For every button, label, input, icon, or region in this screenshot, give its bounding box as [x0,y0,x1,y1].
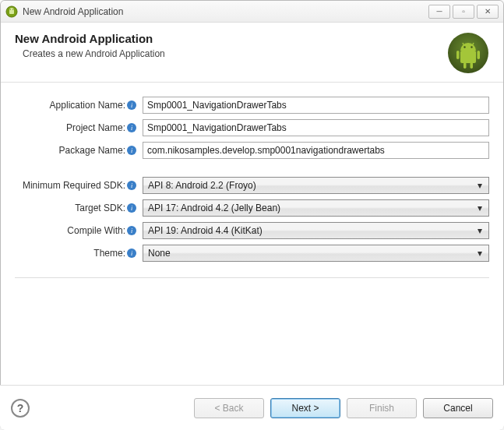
info-icon[interactable]: i [127,146,136,155]
info-icon[interactable]: i [127,226,136,235]
compile-with-value: API 19: Android 4.4 (KitKat) [148,225,474,236]
chevron-down-icon: ▾ [474,225,485,236]
titlebar: New Android Application ─ ▫ ✕ [1,1,503,23]
back-button[interactable]: < Back [194,398,264,418]
svg-rect-4 [460,51,476,63]
wizard-content: Application Name: i Project Name: i Pack… [1,83,503,281]
label-target-sdk: Target SDK: [75,203,125,213]
svg-rect-7 [463,62,467,69]
info-icon[interactable]: i [127,100,136,110]
chevron-down-icon: ▾ [474,248,485,259]
row-target-sdk: Target SDK: i API 17: Android 4.2 (Jelly… [15,199,489,217]
minimize-button[interactable]: ─ [428,5,450,19]
close-button[interactable]: ✕ [477,5,499,19]
compile-with-dropdown[interactable]: API 19: Android 4.4 (KitKat) ▾ [143,222,489,239]
next-button[interactable]: Next > [270,398,340,418]
row-theme: Theme: i None ▾ [15,245,489,262]
svg-point-11 [463,46,465,48]
svg-rect-8 [471,62,474,69]
theme-value: None [148,248,474,259]
target-sdk-dropdown[interactable]: API 17: Android 4.2 (Jelly Bean) ▾ [143,199,489,217]
label-app-name: Application Name: [50,100,125,111]
window-title: New Android Application [23,6,428,17]
svg-rect-6 [478,51,481,59]
page-title: New Android Application [15,32,447,45]
info-icon[interactable]: i [127,123,136,132]
label-project-name: Project Name: [66,122,125,133]
row-compile-with: Compile With: i API 19: Android 4.4 (Kit… [15,222,489,239]
finish-button[interactable]: Finish [347,398,417,418]
row-project-name: Project Name: i [15,119,489,136]
min-sdk-dropdown[interactable]: API 8: Android 2.2 (Froyo) ▾ [143,177,489,194]
cancel-button[interactable]: Cancel [423,398,493,418]
row-min-sdk: Minimum Required SDK: i API 8: Android 2… [15,177,489,194]
svg-rect-5 [456,51,460,59]
separator [15,277,489,278]
info-icon[interactable]: i [127,203,136,213]
maximize-button[interactable]: ▫ [453,5,474,19]
svg-point-12 [471,46,472,48]
label-min-sdk: Minimum Required SDK: [23,180,125,191]
help-icon[interactable]: ? [11,399,30,418]
android-app-icon [5,5,18,18]
theme-dropdown[interactable]: None ▾ [143,245,489,262]
app-name-input[interactable] [143,97,489,114]
label-compile-with: Compile With: [67,225,125,236]
android-header-icon [447,32,489,74]
window-controls: ─ ▫ ✕ [428,5,499,19]
row-app-name: Application Name: i [15,97,489,114]
target-sdk-value: API 17: Android 4.2 (Jelly Bean) [148,203,474,213]
svg-point-2 [12,9,13,9]
project-name-input[interactable] [143,119,489,136]
label-theme: Theme: [93,248,125,259]
wizard-header: New Android Application Creates a new An… [1,23,503,83]
chevron-down-icon: ▾ [474,203,485,213]
package-name-input[interactable] [143,142,489,159]
svg-point-1 [10,9,11,9]
chevron-down-icon: ▾ [474,180,485,191]
wizard-footer: ? < Back Next > Finish Cancel [0,385,504,430]
info-icon[interactable]: i [127,248,136,258]
label-package-name: Package Name: [59,145,125,156]
page-subtitle: Creates a new Android Application [23,48,447,59]
row-package-name: Package Name: i [15,142,489,159]
min-sdk-value: API 8: Android 2.2 (Froyo) [148,180,474,191]
info-icon[interactable]: i [127,181,136,190]
